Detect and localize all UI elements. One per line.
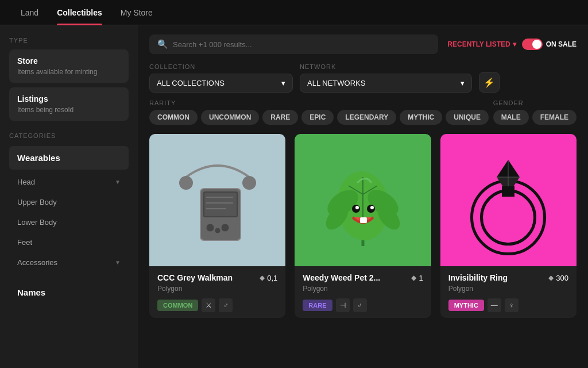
network-label: NETWORK [300,63,472,70]
search-input[interactable] [173,40,430,49]
rarity-mythic[interactable]: MYTHIC [400,110,442,125]
cat-head[interactable]: Head ▼ [9,172,129,192]
network-value: ALL NETWORKS [307,79,365,87]
top-nav: Land Collectibles My Store [0,0,588,25]
card-title-walkman: CCC Grey Walkman [157,273,233,282]
rarity-rare[interactable]: RARE [262,110,298,125]
cat-wearables[interactable]: Wearables [9,146,129,170]
sidebar-type-store[interactable]: Store Items available for minting [9,49,129,83]
price-value-1: 0,1 [267,274,277,282]
chevron-down-icon-5: ▾ [461,79,465,87]
nav-item-land[interactable]: Land [11,0,48,25]
card-title-row-weed: Weedy Weed Pet 2... ◆ 1 [303,273,423,282]
rarity-legendary[interactable]: LEGENDARY [337,110,396,125]
on-sale-toggle-wrapper: ON SALE [522,39,577,50]
svg-rect-4 [204,193,237,216]
nav-item-my-store[interactable]: My Store [111,0,162,25]
rarity-uncommon[interactable]: UNCOMMON [201,110,259,125]
tag-icon-walkman-2: ♂ [219,298,233,312]
tag-icon-ring-1: — [488,298,501,312]
filters-row: COLLECTION ALL COLLECTIONS ▾ NETWORK ALL… [149,63,577,93]
categories-label: CATEGORIES [9,132,129,139]
search-row: 🔍 RECENTLY LISTED ▾ ON SALE [149,34,577,54]
listings-desc: Items being resold [17,106,121,114]
card-title-row-walkman: CCC Grey Walkman ◆ 0,1 [157,273,277,282]
svg-point-1 [242,176,256,190]
card-price-ring: ◆ 300 [548,274,568,282]
card-body-ring: Invisibility Ring ◆ 300 Polygon MYTHIC —… [440,266,577,318]
gender-label: GENDER [493,99,577,106]
svg-rect-24 [360,217,367,223]
main-layout: TYPE Store Items available for minting L… [0,25,588,368]
chevron-down-icon-4: ▾ [281,79,285,87]
gender-male[interactable]: MALE [493,110,529,125]
search-icon: 🔍 [157,39,168,49]
card-tags-walkman: COMMON ⚔ ♂ [157,298,277,312]
collection-filter-group: COLLECTION ALL COLLECTIONS ▾ [149,63,293,93]
cat-upper-body[interactable]: Upper Body [9,192,129,212]
rarity-epic[interactable]: EPIC [301,110,334,125]
card-ccc-grey-walkman[interactable]: CCC Grey Walkman ◆ 0,1 Polygon COMMON ⚔ … [149,134,285,318]
sidebar-categories: CATEGORIES Wearables Head ▼ Upper Body L… [9,132,129,273]
nav-item-collectibles[interactable]: Collectibles [48,0,111,25]
card-price-weed: ◆ 1 [411,274,423,282]
cat-upper-body-label: Upper Body [17,198,57,206]
collection-value: ALL COLLECTIONS [157,79,225,87]
gender-female[interactable]: FEMALE [532,110,577,125]
sidebar: TYPE Store Items available for minting L… [0,25,138,368]
sidebar-type-listings[interactable]: Listings Items being resold [9,87,129,121]
cat-lower-body-label: Lower Body [17,218,57,227]
svg-point-6 [215,228,220,233]
rarity-common[interactable]: COMMON [149,110,198,125]
card-weedy-weed-pet[interactable]: Weedy Weed Pet 2... ◆ 1 Polygon RARE ⊣ ♂ [295,134,431,318]
card-title-ring: Invisibility Ring [448,273,508,282]
on-sale-label: ON SALE [546,40,577,48]
cat-feet[interactable]: Feet [9,232,129,252]
rarity-unique[interactable]: UNIQUE [446,110,489,125]
tag-rarity-ring: MYTHIC [448,300,484,311]
bolt-button[interactable]: ⚡ [479,72,500,93]
names-section[interactable]: Names [9,282,129,303]
recently-listed-button[interactable]: RECENTLY LISTED ▾ [447,40,516,48]
tag-rarity-weed: RARE [303,300,332,311]
gender-section: GENDER MALE FEMALE [493,99,577,125]
walkman-art [169,143,266,258]
card-body-walkman: CCC Grey Walkman ◆ 0,1 Polygon COMMON ⚔ … [149,266,285,318]
weed-art [311,143,415,258]
svg-point-7 [221,224,229,232]
tag-icon-ring-2: ♀ [505,298,519,312]
price-value-3: 300 [556,274,568,282]
card-title-row-ring: Invisibility Ring ◆ 300 [448,273,568,282]
collection-label: COLLECTION [149,63,293,70]
card-tags-ring: MYTHIC — ♀ [448,298,568,312]
diamond-icon-3: ◆ [548,274,554,282]
svg-rect-31 [502,186,514,197]
listings-title: Listings [17,94,121,103]
price-value-2: 1 [419,274,423,282]
card-network-walkman: Polygon [157,285,277,293]
rarity-gender-row: RARITY COMMON UNCOMMON RARE EPIC LEGENDA… [149,99,577,125]
on-sale-toggle[interactable] [522,39,543,50]
rarity-section: RARITY COMMON UNCOMMON RARE EPIC LEGENDA… [149,99,489,125]
card-invisibility-ring[interactable]: Invisibility Ring ◆ 300 Polygon MYTHIC —… [440,134,577,318]
svg-point-5 [206,224,214,232]
card-image-weed [295,134,431,266]
cat-lower-body[interactable]: Lower Body [9,212,129,232]
network-filter-group: NETWORK ALL NETWORKS ▾ [300,63,472,93]
type-section-label: TYPE [9,37,129,44]
store-title: Store [17,56,121,66]
rarity-group: COMMON UNCOMMON RARE EPIC LEGENDARY MYTH… [149,110,489,125]
diamond-icon-2: ◆ [411,274,416,282]
ring-art [457,143,560,258]
card-price-walkman: ◆ 0,1 [260,274,277,282]
cat-accessories[interactable]: Accessories ▼ [9,252,129,273]
tag-icon-weed-2: ♂ [353,298,367,312]
network-select[interactable]: ALL NETWORKS ▾ [300,74,472,93]
card-image-ring [440,134,577,266]
chevron-down-icon-3: ▾ [513,40,516,48]
rarity-label: RARITY [149,99,489,106]
card-tags-weed: RARE ⊣ ♂ [303,298,423,312]
collection-select[interactable]: ALL COLLECTIONS ▾ [149,74,293,93]
tag-icon-walkman-1: ⚔ [202,298,215,312]
card-title-weed: Weedy Weed Pet 2... [303,273,380,282]
